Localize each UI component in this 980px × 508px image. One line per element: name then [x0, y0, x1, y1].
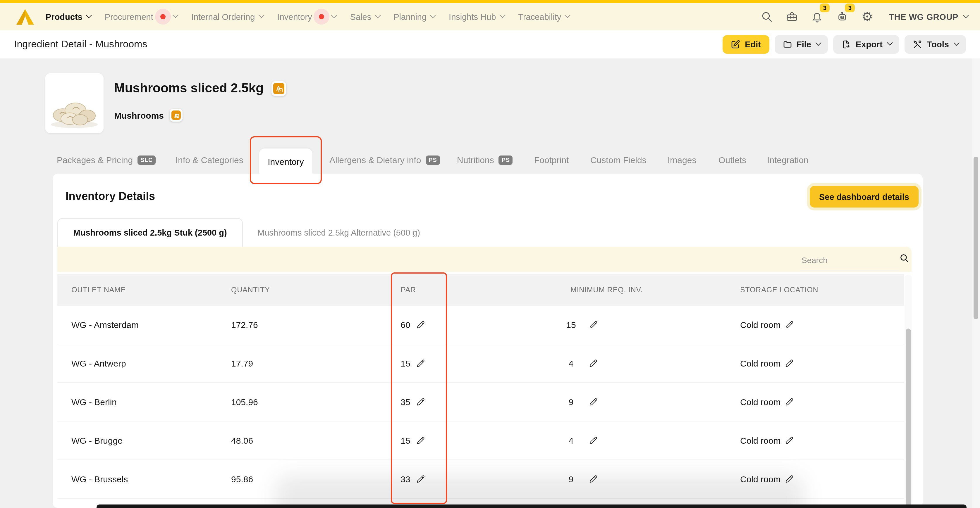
product-image[interactable] — [45, 73, 103, 133]
tab-images[interactable]: Images — [668, 146, 696, 174]
chevron-down-icon — [963, 12, 969, 18]
ps-badge: PS — [426, 155, 440, 165]
table-row: WG - Berlin 105.96 35 9 Cold room — [57, 383, 904, 421]
tab-label: Allergens & Dietary info — [329, 155, 421, 165]
chevron-down-icon — [86, 12, 92, 18]
bell-icon[interactable]: 3 — [810, 10, 824, 24]
outlet-name: WG - Antwerp — [72, 344, 126, 382]
quantity-value: 172.76 — [231, 306, 258, 344]
chevron-down-icon — [331, 12, 337, 18]
nav-label: Planning — [393, 12, 426, 21]
edit-pencil-icon — [731, 40, 740, 49]
apicbase-logo[interactable] — [16, 8, 34, 25]
edit-button[interactable]: Edit — [722, 35, 769, 54]
tab-label: Packages & Pricing — [57, 155, 133, 165]
nav-label: Insights Hub — [449, 12, 496, 21]
chevron-down-icon — [500, 12, 505, 18]
product-name: Mushrooms sliced 2.5kg — [114, 81, 264, 96]
table-header: OUTLET NAME QUANTITY PAR MINIMUM REQ. IN… — [57, 274, 904, 306]
file-label: File — [797, 40, 811, 49]
edit-storage-icon[interactable] — [784, 383, 794, 421]
min-req-inv-value: 9 — [559, 383, 583, 421]
nav-item-insights-hub[interactable]: Insights Hub — [449, 12, 503, 21]
tab-label: Footprint — [534, 155, 569, 165]
top-navbar: Products Procurement Internal Ordering I… — [0, 3, 980, 30]
organization-switcher[interactable]: THE WG GROUP — [889, 12, 967, 21]
par-value: 15 — [394, 421, 417, 459]
export-button[interactable]: Export — [834, 35, 900, 54]
dock-edge-bar — [97, 505, 967, 508]
page-header-bar: Ingredient Detail - Mushrooms Edit File … — [0, 30, 980, 59]
nav-item-planning[interactable]: Planning — [393, 12, 434, 21]
table-row: WG - Amsterdam 172.76 60 15 Cold room — [57, 306, 904, 344]
tab-outlets[interactable]: Outlets — [719, 146, 746, 174]
tab-nutritions[interactable]: Nutritions PS — [457, 146, 513, 174]
nav-item-internal-ordering[interactable]: Internal Ordering — [191, 12, 263, 21]
gear-icon[interactable]: ⚙ — [860, 10, 874, 24]
search-icon[interactable] — [899, 253, 909, 263]
column-minimum-req-inv: MINIMUM REQ. INV. — [570, 274, 643, 306]
bell-badge: 3 — [820, 3, 830, 12]
quantity-value: 105.96 — [231, 383, 258, 421]
tab-inventory[interactable]: Inventory — [259, 148, 312, 174]
translate-icon[interactable]: A — [271, 81, 286, 95]
storage-location-value: Cold room — [740, 306, 781, 344]
table-toolbar — [57, 247, 912, 272]
tab-custom-fields[interactable]: Custom Fields — [590, 146, 646, 174]
ps-badge: PS — [499, 155, 513, 165]
tab-integration[interactable]: Integration — [767, 146, 808, 174]
nav-label: Products — [46, 12, 83, 21]
outlet-name: WG - Amsterdam — [72, 306, 138, 344]
subtab-package-stuk[interactable]: Mushrooms sliced 2.5kg Stuk (2500 g) — [57, 218, 243, 247]
quantity-value: 48.06 — [231, 421, 253, 459]
see-dashboard-details-button[interactable]: See dashboard details — [810, 186, 919, 208]
edit-storage-icon[interactable] — [784, 306, 794, 344]
storage-location-value: Cold room — [740, 421, 781, 459]
search-input[interactable] — [800, 249, 899, 271]
header-actions: Edit File Export Tools — [722, 35, 966, 54]
table-row: WG - Antwerp 17.79 15 4 Cold room — [57, 344, 904, 383]
edit-min-icon[interactable] — [589, 306, 598, 344]
outlet-name: WG - Brussels — [72, 460, 128, 498]
tools-button[interactable]: Tools — [905, 35, 966, 54]
column-outlet-name: OUTLET NAME — [72, 274, 126, 306]
subtab-package-alternative[interactable]: Mushrooms sliced 2.5kg Alternative (500 … — [258, 218, 420, 247]
edit-par-icon[interactable] — [416, 344, 425, 382]
search-icon[interactable] — [759, 10, 773, 24]
nav-item-inventory[interactable]: Inventory — [277, 12, 335, 21]
column-storage-location: STORAGE LOCATION — [740, 274, 819, 306]
tab-label: Images — [668, 155, 696, 165]
column-par: PAR — [401, 274, 416, 306]
assistant-robot-icon[interactable]: 3 — [835, 10, 849, 24]
storage-location-value: Cold room — [740, 383, 781, 421]
file-button[interactable]: File — [774, 35, 828, 54]
tab-allergens-dietary[interactable]: Allergens & Dietary info PS — [329, 146, 440, 174]
nav-item-traceability[interactable]: Traceability — [518, 12, 569, 21]
nav-label: Sales — [350, 12, 372, 21]
edit-storage-icon[interactable] — [784, 344, 794, 382]
nav-right-actions: 3 3 ⚙ THE WG GROUP — [759, 10, 967, 24]
nav-item-sales[interactable]: Sales — [350, 12, 379, 21]
table-scrollbar-thumb[interactable] — [906, 329, 911, 508]
edit-min-icon[interactable] — [589, 344, 598, 382]
table-search-field[interactable] — [800, 249, 896, 270]
edit-min-icon[interactable] — [589, 383, 598, 421]
edit-par-icon[interactable] — [416, 383, 425, 421]
tab-packages-pricing[interactable]: Packages & Pricing SLC — [57, 146, 156, 174]
chevron-down-icon — [887, 40, 893, 46]
page-scrollbar-thumb[interactable] — [974, 157, 978, 319]
edit-storage-icon[interactable] — [784, 421, 794, 459]
edit-min-icon[interactable] — [589, 421, 598, 459]
product-category: Mushrooms — [114, 110, 164, 120]
tab-info-categories[interactable]: Info & Categories — [175, 146, 243, 174]
nav-items: Products Procurement Internal Ordering I… — [46, 12, 569, 21]
tab-footprint[interactable]: Footprint — [534, 146, 569, 174]
edit-par-icon[interactable] — [416, 306, 425, 344]
table-body: WG - Amsterdam 172.76 60 15 Cold room WG… — [57, 306, 904, 498]
nav-item-products[interactable]: Products — [46, 12, 90, 21]
toolbox-icon[interactable] — [784, 10, 799, 24]
edit-par-icon[interactable] — [416, 421, 425, 459]
nav-item-procurement[interactable]: Procurement — [105, 12, 177, 21]
translate-icon[interactable]: A — [170, 109, 183, 122]
min-req-inv-value: 4 — [559, 344, 583, 382]
